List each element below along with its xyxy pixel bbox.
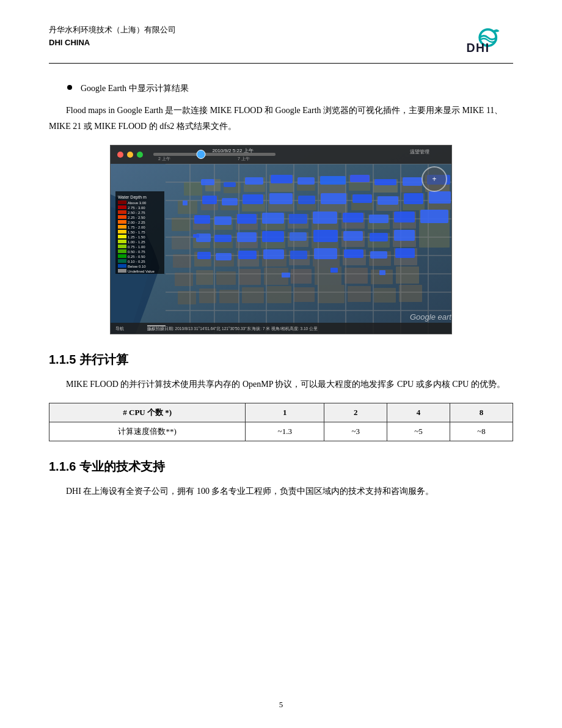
svg-rect-141 (344, 249, 363, 258)
table-header-1: 1 (246, 403, 324, 422)
table-header-cpu: # CPU 个数 *) (49, 403, 246, 422)
svg-rect-140 (314, 248, 337, 259)
svg-rect-114 (404, 193, 423, 204)
svg-rect-148 (379, 270, 385, 275)
header: 丹华水利环境技术（上海）有限公司 DHI CHINA DHI (49, 24, 513, 64)
svg-text:Above 3.00: Above 3.00 (128, 201, 147, 205)
svg-rect-117 (214, 216, 232, 225)
svg-point-150 (117, 152, 123, 158)
svg-rect-129 (262, 231, 284, 242)
table-cell-speed-4: ~5 (387, 422, 450, 441)
section-116-heading: 1.1.6 专业的技术支持 (49, 458, 513, 475)
svg-rect-168 (118, 210, 126, 214)
svg-rect-180 (118, 240, 126, 243)
svg-text:温望管理: 温望管理 (410, 149, 429, 155)
svg-rect-102 (350, 175, 370, 182)
svg-rect-174 (118, 225, 126, 229)
svg-text:0.25 - 0.50: 0.25 - 0.50 (128, 255, 145, 259)
company-name-cn: 丹华水利环境技术（上海）有限公司 (49, 24, 176, 35)
company-name-en: DHI CHINA (49, 38, 176, 47)
svg-text:200ft: 200ft (147, 328, 155, 331)
svg-rect-122 (343, 213, 363, 222)
svg-rect-76 (399, 285, 422, 302)
svg-rect-109 (269, 193, 293, 204)
svg-rect-137 (238, 251, 257, 259)
svg-text:2.75 - 3.00: 2.75 - 3.00 (128, 206, 145, 210)
svg-rect-107 (222, 198, 238, 205)
svg-rect-134 (394, 230, 415, 241)
svg-text:版权拍摄日期: 2010/8/13  31°14'01.64: 版权拍摄日期: 2010/8/13 31°14'01.64"北 121°30'5… (147, 326, 318, 331)
svg-text:2.00 - 2.25: 2.00 - 2.25 (128, 221, 145, 224)
svg-rect-139 (290, 251, 307, 259)
table-header-8: 8 (450, 403, 513, 422)
google-earth-map: 2 上午 7 上午 2010/9/2 5:22 上午 温望管理 + Google… (110, 145, 452, 334)
svg-text:DHI: DHI (467, 41, 490, 54)
table-cell-speed-1: ~1.3 (246, 422, 324, 441)
svg-rect-71 (267, 286, 291, 303)
svg-rect-144 (183, 200, 188, 205)
svg-text:2.50 - 2.75: 2.50 - 2.75 (128, 211, 145, 215)
svg-rect-136 (216, 253, 232, 260)
svg-rect-120 (289, 214, 307, 224)
cpu-table: # CPU 个数 *) 1 2 4 8 计算速度倍数**) ~1.3 ~3 ~5… (49, 403, 513, 441)
table-header-2: 2 (324, 403, 387, 422)
page-number: 5 (279, 700, 283, 709)
svg-rect-25 (172, 218, 190, 231)
bullet-text-google-earth: Google Earth 中显示计算结果 (81, 82, 189, 95)
svg-rect-64 (345, 268, 368, 284)
svg-rect-131 (313, 230, 338, 242)
svg-text:1.50 - 1.75: 1.50 - 1.75 (128, 230, 145, 234)
svg-rect-101 (320, 176, 346, 185)
svg-text:+: + (432, 175, 436, 183)
svg-rect-99 (271, 175, 293, 183)
svg-rect-46 (419, 228, 450, 248)
svg-rect-123 (369, 215, 389, 223)
svg-rect-70 (242, 287, 264, 303)
svg-rect-166 (118, 205, 126, 209)
svg-rect-113 (378, 196, 398, 205)
svg-text:7 上午: 7 上午 (238, 156, 250, 161)
svg-rect-164 (118, 200, 126, 204)
svg-rect-170 (118, 215, 126, 219)
svg-point-152 (137, 152, 143, 158)
svg-rect-58 (196, 270, 213, 285)
svg-text:2010/9/2  5:22 上午: 2010/9/2 5:22 上午 (212, 148, 253, 153)
svg-text:0.10 - 0.25: 0.10 - 0.25 (128, 260, 145, 263)
svg-text:2 上午: 2 上午 (158, 156, 170, 161)
svg-rect-190 (118, 264, 126, 268)
map-svg: 2 上午 7 上午 2010/9/2 5:22 上午 温望管理 + Google… (111, 145, 452, 334)
footer: 5 (0, 700, 562, 710)
svg-rect-103 (374, 179, 396, 185)
svg-rect-108 (243, 194, 263, 204)
svg-text:2.25 - 2.50: 2.25 - 2.50 (128, 216, 145, 219)
svg-text:1.00 - 1.25: 1.00 - 1.25 (128, 240, 145, 244)
svg-rect-68 (199, 289, 216, 303)
svg-rect-98 (245, 177, 263, 185)
section-115-body: MIKE FLOOD 的并行计算技术使用共享内存的 OpenMP 协议，可以最大… (49, 377, 513, 392)
svg-rect-186 (118, 254, 126, 258)
svg-rect-110 (298, 196, 315, 204)
svg-rect-176 (118, 230, 126, 233)
svg-text:Google earth: Google earth (410, 312, 452, 322)
svg-rect-111 (321, 193, 346, 204)
svg-rect-143 (395, 248, 415, 258)
svg-text:1.75 - 2.00: 1.75 - 2.00 (128, 226, 145, 229)
svg-rect-73 (318, 285, 345, 303)
svg-rect-125 (420, 210, 448, 223)
image-container: 2 上午 7 上午 2010/9/2 5:22 上午 温望管理 + Google… (49, 145, 513, 334)
svg-rect-112 (352, 194, 372, 203)
svg-rect-104 (403, 177, 422, 186)
svg-rect-127 (214, 235, 232, 242)
svg-rect-60 (239, 269, 261, 285)
svg-rect-119 (262, 213, 284, 224)
svg-text:Water Depth m: Water Depth m (118, 195, 147, 200)
svg-rect-118 (237, 214, 257, 224)
svg-rect-121 (313, 211, 337, 224)
svg-rect-130 (290, 232, 307, 241)
table-data-row: 计算速度倍数**) ~1.3 ~3 ~5 ~8 (49, 422, 513, 441)
svg-rect-3 (184, 182, 202, 196)
svg-rect-188 (118, 259, 126, 263)
page: 丹华水利环境技术（上海）有限公司 DHI CHINA DHI (0, 0, 562, 728)
svg-rect-145 (193, 234, 199, 238)
dhi-logo-svg: DHI (458, 24, 513, 58)
